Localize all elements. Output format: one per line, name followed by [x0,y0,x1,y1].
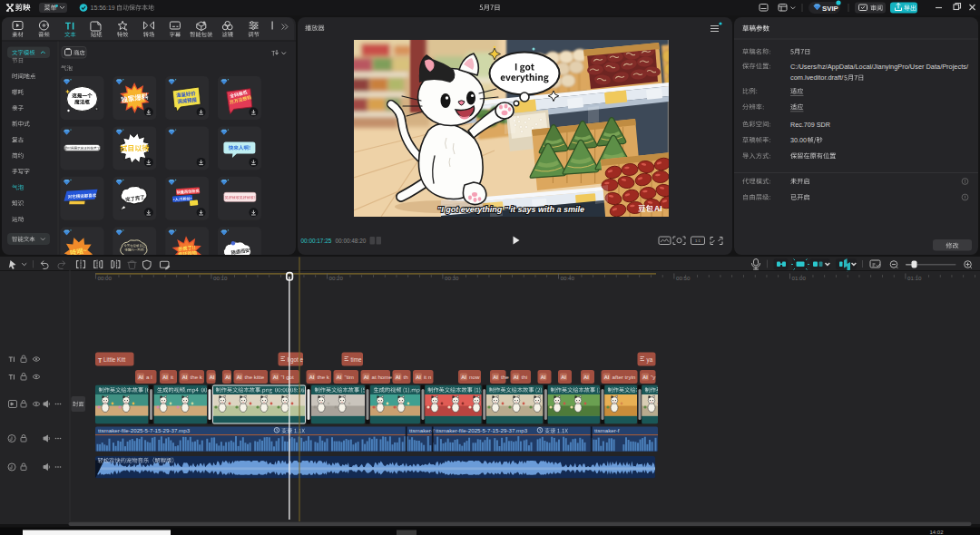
svg-text:1:1: 1:1 [695,238,701,243]
svg-text:C:/Users/hz/AppData/Local/Jian: C:/Users/hz/AppData/Local/JianyingPro/Us… [790,63,969,71]
svg-text:a l: a l [146,374,152,380]
svg-text:00:00:17:25: 00:00:17:25 [301,238,332,244]
svg-text:the k: the k [191,374,203,380]
svg-text:"y: "y [651,374,656,380]
svg-text:AI: AI [237,374,242,380]
svg-text:now: now [469,374,480,380]
svg-text:ya: ya [647,356,653,364]
svg-text:00:20: 00:20 [329,275,344,281]
svg-text:AI: AI [461,374,466,380]
svg-text:01:10: 01:10 [907,275,922,281]
svg-text:ttsmaker-f: ttsmaker-f [594,427,620,433]
svg-text:com.lveditor.draft/: com.lveditor.draft/ [790,73,844,82]
svg-text:AI: AI [604,374,610,380]
svg-text:AI: AI [654,204,662,213]
svg-text:AI: AI [273,374,279,380]
svg-text:the kitte: the kitte [245,374,265,380]
svg-text:ttsmaker-file-2025-5-7-15-29-3: ttsmaker-file-2025-5-7-15-29-37.mp3 [436,427,528,433]
svg-text:T: T [98,357,103,364]
svg-text:thi: thi [522,374,528,380]
svg-text:AI: AI [225,374,230,380]
svg-text:AI: AI [396,374,401,380]
svg-text:14:02: 14:02 [929,530,944,535]
svg-text:AI: AI [162,374,168,380]
svg-text:AI: AI [416,374,421,380]
svg-text:30.00: 30.00 [790,136,807,144]
svg-text:00:10: 00:10 [213,275,228,281]
svg-text:AI: AI [493,374,498,380]
svg-text:AI: AI [561,374,566,380]
svg-text:the k: the k [318,374,330,380]
svg-text:Little Kitt: Little Kitt [103,356,125,363]
svg-text:"I got everything " it says wi: "I got everything " it says with a smile [437,205,584,214]
svg-text:00:00: 00:00 [98,275,113,281]
svg-text:Rec.709 SDR: Rec.709 SDR [790,121,830,129]
svg-text:AI: AI [514,374,519,380]
svg-text:00:40: 00:40 [561,275,575,281]
svg-text:AI: AI [182,374,188,380]
svg-text:ttsmaker-f: ttsmaker-f [409,427,435,433]
svg-text:15:56:19: 15:56:19 [91,5,115,11]
svg-text:01:00: 01:00 [792,275,807,281]
svg-text:00:50: 00:50 [676,275,691,281]
svg-text:AI: AI [541,374,546,380]
svg-text:AI: AI [138,374,143,380]
svg-text:it: it [171,374,173,380]
svg-text:00:30: 00:30 [445,275,459,281]
svg-text:AI: AI [337,374,342,380]
svg-text:AI: AI [210,374,215,380]
svg-text:time: time [351,356,362,363]
svg-text:AI: AI [583,374,589,380]
svg-text:at home: at home [372,374,393,380]
svg-text:SVIP: SVIP [822,5,838,13]
svg-text:AI: AI [309,374,315,380]
svg-text:ttsmaker-file-2025-5-7-15-29-3: ttsmaker-file-2025-5-7-15-29-37.mp3 [98,427,191,433]
svg-text:th: th [404,374,409,380]
svg-text:"I got: "I got [281,374,295,380]
svg-text:it n: it n [424,374,432,380]
svg-text:AI: AI [364,374,369,380]
svg-text:"tim: "tim [345,374,354,380]
svg-text:AI: AI [642,374,648,380]
svg-text:00:00:48:20: 00:00:48:20 [336,238,367,244]
svg-text:the: the [501,374,509,380]
svg-text:after tryin: after tryin [612,374,636,380]
